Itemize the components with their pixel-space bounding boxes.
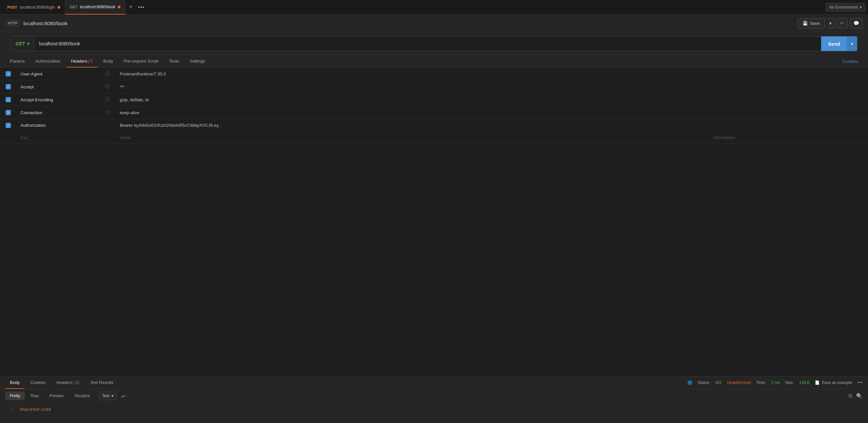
tab-headers[interactable]: Headers(7) xyxy=(66,55,98,67)
header-desc-2 xyxy=(709,81,868,93)
headers-table: ✓ User-Agent ⓘ PostmanRuntime/7.35.0 ✓ A… xyxy=(0,67,868,144)
tabs-nav-right: Cookies xyxy=(838,59,863,64)
tab-settings[interactable]: Settings xyxy=(185,55,210,67)
header-key-5: Authorization xyxy=(17,119,99,132)
chevron-down-icon: ▾ xyxy=(860,5,862,9)
response-headers-label: Headers xyxy=(57,380,73,385)
header-desc-1 xyxy=(709,67,868,81)
tab-url-get: localhost:8080/book xyxy=(80,5,116,9)
comment-button[interactable]: 💬 xyxy=(850,18,863,28)
send-button[interactable]: Send xyxy=(821,36,847,51)
header-value-4: keep-alive xyxy=(116,106,709,119)
header-checkbox-4[interactable]: ✓ xyxy=(6,110,11,115)
status-code: 401 xyxy=(715,380,722,385)
info-icon-2[interactable]: ⓘ xyxy=(105,84,110,89)
tab-get-book[interactable]: GET localhost:8080/book xyxy=(65,0,125,14)
save-file-icon: 📄 xyxy=(815,380,820,385)
response-more-button[interactable]: ••• xyxy=(858,380,863,385)
tab-method-get: GET xyxy=(70,5,78,9)
check-icon: ✓ xyxy=(7,85,9,89)
tab-dot-post xyxy=(58,6,60,9)
response-tabs: Body Cookies Headers (3) Test Results 🌐 … xyxy=(0,377,868,389)
size-label: Size: xyxy=(785,380,794,385)
save-example-button[interactable]: 📄 Save as example xyxy=(815,380,852,385)
tab-authorization[interactable]: Authorization xyxy=(31,55,65,67)
response-tab-cookies[interactable]: Cookies xyxy=(26,377,51,389)
format-raw[interactable]: Raw xyxy=(26,392,43,400)
response-tab-headers[interactable]: Headers (3) xyxy=(52,377,84,389)
header-desc-5 xyxy=(709,119,868,132)
header-key-placeholder[interactable]: Key xyxy=(17,131,99,143)
response-status: 🌐 Status: 401 Unauthorized Time: 2 ms Si… xyxy=(687,380,863,385)
header-checkbox-5[interactable]: ✓ xyxy=(6,123,11,128)
send-chevron-icon: ▾ xyxy=(851,41,853,46)
http-badge-label: HTTP xyxy=(8,21,18,25)
request-title: localhost:8080/book xyxy=(24,21,67,26)
edit-button[interactable]: ✏ xyxy=(837,18,848,28)
save-button[interactable]: 💾 Save xyxy=(798,18,825,28)
header-checkbox-2[interactable]: ✓ xyxy=(6,84,11,89)
response-section: Body Cookies Headers (3) Test Results 🌐 … xyxy=(0,376,868,423)
save-example-label: Save as example xyxy=(822,380,852,385)
info-icon-4[interactable]: ⓘ xyxy=(105,110,110,115)
header-checkbox-1[interactable]: ✓ xyxy=(6,71,11,77)
response-tab-test-results[interactable]: Test Results xyxy=(85,377,118,389)
header-value-placeholder[interactable]: Value xyxy=(116,131,709,143)
main-container: HTTP localhost:8080/book 💾 Save ▾ ✏ 💬 xyxy=(0,14,868,423)
header-value-2: */* xyxy=(116,81,709,93)
wrap-icon[interactable]: ⇌ xyxy=(121,393,125,399)
save-dropdown-button[interactable]: ▾ xyxy=(827,18,835,28)
tab-add-button[interactable]: + xyxy=(125,2,136,12)
info-icon-3[interactable]: ⓘ xyxy=(105,97,110,102)
check-icon: ✓ xyxy=(7,111,9,115)
method-label: GET xyxy=(16,41,25,46)
format-actions-right: ⧉ 🔍 xyxy=(848,393,863,399)
format-chevron-icon: ▾ xyxy=(112,394,114,398)
header-value-3: gzip, deflate, br xyxy=(116,93,709,106)
response-headers-badge: (3) xyxy=(74,380,80,385)
request-header: HTTP localhost:8080/book 💾 Save ▾ ✏ 💬 xyxy=(0,14,868,32)
header-checkbox-3[interactable]: ✓ xyxy=(6,97,11,102)
check-icon: ✓ xyxy=(7,123,9,127)
tab-bar-right: No Environment ▾ xyxy=(826,3,865,11)
request-panel: HTTP localhost:8080/book 💾 Save ▾ ✏ 💬 xyxy=(0,14,868,376)
tab-bar: POST localhost:8080/login GET localhost:… xyxy=(0,0,868,14)
tab-post-login[interactable]: POST localhost:8080/login xyxy=(3,0,65,14)
format-pretty[interactable]: Pretty xyxy=(5,392,25,400)
header-desc-4 xyxy=(709,106,868,119)
header-value-1: PostmanRuntime/7.35.0 xyxy=(116,67,709,81)
tab-more-button[interactable]: ••• xyxy=(136,2,147,12)
send-dropdown-button[interactable]: ▾ xyxy=(847,36,857,51)
status-text: Unauthorized xyxy=(727,380,750,385)
tab-pre-request-script[interactable]: Pre-request Script xyxy=(119,55,163,67)
response-tab-body[interactable]: Body xyxy=(5,377,25,389)
table-row: ✓ Authorization Bearer eyJhbGciOiJIUzI1N… xyxy=(0,119,868,132)
header-desc-3 xyxy=(709,93,868,106)
save-icon: 💾 xyxy=(803,21,808,26)
table-row: ✓ Accept ⓘ */* xyxy=(0,81,868,93)
header-key-4: Connection xyxy=(17,106,99,119)
request-title-area: HTTP localhost:8080/book xyxy=(5,20,794,27)
method-chevron-icon: ▾ xyxy=(27,41,29,46)
save-chevron-icon: ▾ xyxy=(829,21,832,26)
format-visualize[interactable]: Visualize xyxy=(69,392,95,400)
cookies-link[interactable]: Cookies xyxy=(838,56,863,68)
format-type-selector[interactable]: Text ▾ xyxy=(99,392,117,400)
copy-button[interactable]: ⧉ xyxy=(848,393,852,399)
tab-dot-get xyxy=(118,6,120,8)
http-badge: HTTP xyxy=(5,20,20,27)
environment-selector[interactable]: No Environment ▾ xyxy=(826,3,865,11)
comment-icon: 💬 xyxy=(854,21,859,26)
url-input[interactable] xyxy=(34,36,822,51)
method-selector[interactable]: GET ▾ xyxy=(11,36,34,51)
tab-tests[interactable]: Tests xyxy=(164,55,184,67)
search-button[interactable]: 🔍 xyxy=(856,393,863,399)
tab-params[interactable]: Params xyxy=(5,55,29,67)
format-preview[interactable]: Preview xyxy=(45,392,68,400)
size-value: 139 B xyxy=(799,380,809,385)
info-icon-1[interactable]: ⓘ xyxy=(105,71,110,76)
format-type-label: Text xyxy=(102,394,110,398)
tab-body[interactable]: Body xyxy=(99,55,118,67)
header-desc-placeholder[interactable]: Description xyxy=(709,131,868,143)
code-line-1: Unauthorized xyxy=(20,407,51,412)
